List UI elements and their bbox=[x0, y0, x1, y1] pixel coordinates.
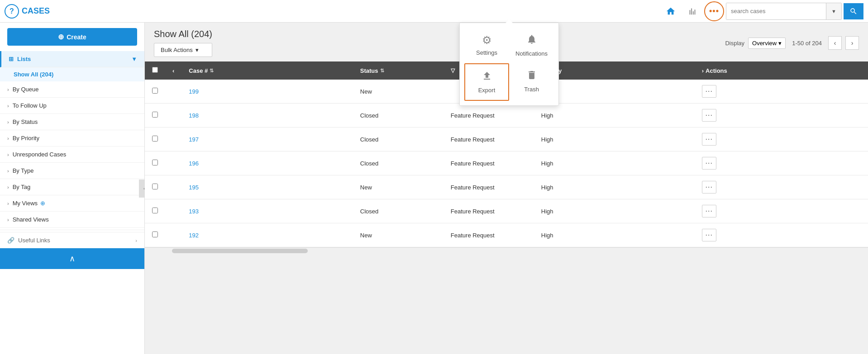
chevron-down-icon: ▼ bbox=[831, 9, 836, 14]
prev-page-button[interactable]: ‹ bbox=[828, 36, 842, 50]
case-num-cell[interactable]: 198 bbox=[181, 104, 353, 127]
table-row: 198 Closed Feature Request High ··· bbox=[145, 104, 868, 127]
category-cell: Feature Request bbox=[444, 127, 534, 151]
row-checkbox[interactable] bbox=[152, 136, 158, 142]
case-num-cell[interactable]: 199 bbox=[181, 80, 353, 104]
actions-cell: ··· bbox=[695, 127, 868, 151]
status-cell: Closed bbox=[353, 104, 444, 127]
priority-cell: High bbox=[534, 199, 695, 223]
row-actions-button[interactable]: ··· bbox=[702, 133, 716, 146]
row-checkbox[interactable] bbox=[152, 112, 158, 118]
chevron-right-icon: › bbox=[7, 87, 9, 92]
home-button[interactable] bbox=[661, 1, 681, 21]
to-follow-up-label: To Follow Up bbox=[13, 102, 47, 109]
horizontal-scrollbar[interactable] bbox=[145, 247, 868, 254]
chevron-right-icon: › bbox=[851, 39, 854, 47]
category-cell: Feature Request bbox=[444, 104, 534, 127]
sidebar-item-by-tag[interactable]: › By Tag bbox=[0, 179, 144, 195]
row-actions-button[interactable]: ··· bbox=[702, 157, 716, 170]
home-icon bbox=[666, 6, 676, 16]
case-num-label: Case # bbox=[189, 67, 208, 74]
sidebar-useful-links[interactable]: 🔗 Useful Links › bbox=[0, 232, 144, 248]
priority-cell: High bbox=[534, 175, 695, 199]
sidebar-show-all-item[interactable]: Show All (204) bbox=[0, 67, 144, 81]
case-num-cell[interactable]: 192 bbox=[181, 223, 353, 247]
status-header[interactable]: Status ⇅ bbox=[353, 61, 444, 80]
row-checkbox-cell bbox=[145, 199, 165, 223]
category-cell: Feature Request bbox=[444, 151, 534, 175]
select-arrow-icon: ▾ bbox=[778, 40, 782, 47]
sidebar-item-unresponded[interactable]: › Unresponded Cases bbox=[0, 146, 144, 163]
sidebar-item-by-status[interactable]: › By Status bbox=[0, 114, 144, 130]
case-nav-header: ‹ bbox=[165, 61, 181, 80]
chevron-right-icon: › bbox=[7, 119, 9, 125]
search-icon bbox=[849, 7, 858, 15]
sidebar-item-shared-views[interactable]: › Shared Views bbox=[0, 212, 144, 228]
chart-icon bbox=[687, 6, 697, 16]
select-all-header bbox=[145, 61, 165, 80]
actions-cell: ··· bbox=[695, 151, 868, 175]
status-cell: Closed bbox=[353, 199, 444, 223]
row-actions-button[interactable]: ··· bbox=[702, 205, 716, 217]
row-actions-button[interactable]: ··· bbox=[702, 229, 716, 241]
pagination-info: 1-50 of 204 bbox=[789, 40, 825, 47]
case-num-cell[interactable]: 195 bbox=[181, 175, 353, 199]
case-num-cell[interactable]: 196 bbox=[181, 151, 353, 175]
display-select[interactable]: Overview ▾ bbox=[748, 38, 786, 49]
search-go-button[interactable] bbox=[844, 3, 863, 19]
row-checkbox[interactable] bbox=[152, 160, 158, 165]
chevron-right-icon: › bbox=[7, 152, 9, 157]
popup-item-notifications[interactable]: Notifications bbox=[509, 28, 554, 63]
sidebar-item-my-views[interactable]: › My Views ⊕ bbox=[0, 195, 144, 212]
chart-button[interactable] bbox=[682, 1, 702, 21]
sidebar-collapse-handle[interactable]: ‹ bbox=[139, 179, 145, 198]
sort-icon: ⇅ bbox=[380, 68, 384, 74]
settings-label: Settings bbox=[476, 49, 497, 56]
row-actions-button[interactable]: ··· bbox=[702, 109, 716, 122]
trash-label: Trash bbox=[524, 86, 539, 93]
popup-item-settings[interactable]: ⚙ Settings bbox=[464, 28, 509, 63]
row-checkbox[interactable] bbox=[152, 231, 158, 237]
sidebar-item-by-type[interactable]: › By Type bbox=[0, 163, 144, 179]
sidebar-item-by-queue[interactable]: › By Queue bbox=[0, 81, 144, 98]
bulk-actions-button[interactable]: Bulk Actions ▾ bbox=[154, 43, 212, 57]
sidebar-item-to-follow-up[interactable]: › To Follow Up bbox=[0, 98, 144, 114]
row-checkbox-cell bbox=[145, 175, 165, 199]
app-logo: ? CASES bbox=[5, 4, 149, 19]
row-checkbox[interactable] bbox=[152, 208, 158, 213]
table-row: 192 New Feature Request High ··· bbox=[145, 223, 868, 247]
priority-cell: High bbox=[534, 223, 695, 247]
row-checkbox-cell bbox=[145, 127, 165, 151]
create-button[interactable]: ⊕ Create bbox=[7, 28, 137, 46]
popup-item-export[interactable]: Export bbox=[464, 63, 509, 101]
actions-label: Actions bbox=[706, 67, 727, 74]
row-checkbox[interactable] bbox=[152, 88, 158, 94]
category-cell: Feature Request bbox=[444, 223, 534, 247]
shared-views-label: Shared Views bbox=[13, 216, 49, 223]
row-actions-button[interactable]: ··· bbox=[702, 181, 716, 194]
popup-item-trash[interactable]: Trash bbox=[509, 63, 554, 101]
search-input[interactable] bbox=[726, 3, 826, 19]
sidebar-lists-header[interactable]: ⊞ Lists ▼ bbox=[0, 51, 144, 67]
chevron-right-col-icon: › bbox=[702, 67, 704, 74]
main-layout: ⊕ Create ⊞ Lists ▼ Show All (204) › By Q… bbox=[0, 23, 868, 354]
display-label: Display bbox=[725, 40, 744, 47]
bulk-actions-label: Bulk Actions bbox=[161, 47, 193, 53]
case-num-cell[interactable]: 197 bbox=[181, 127, 353, 151]
case-num-header[interactable]: Case # ⇅ bbox=[181, 61, 353, 80]
status-cell: Closed bbox=[353, 127, 444, 151]
sidebar-item-by-priority[interactable]: › By Priority bbox=[0, 130, 144, 146]
next-page-button[interactable]: › bbox=[845, 36, 859, 50]
chevron-right-small-icon: › bbox=[135, 238, 137, 243]
show-all-label: Show All (204) bbox=[14, 71, 53, 78]
select-all-checkbox[interactable] bbox=[152, 67, 158, 73]
search-dropdown-button[interactable]: ▼ bbox=[826, 3, 841, 19]
table-row: 193 Closed Feature Request High ··· bbox=[145, 199, 868, 223]
table-row: 197 Closed Feature Request High ··· bbox=[145, 127, 868, 151]
scroll-top-button[interactable]: ∧ bbox=[0, 248, 144, 269]
row-checkbox[interactable] bbox=[152, 184, 158, 189]
more-options-popup: ⚙ Settings Notifications Export bbox=[459, 23, 559, 106]
case-num-cell[interactable]: 193 bbox=[181, 199, 353, 223]
more-button[interactable]: ••• bbox=[704, 1, 724, 21]
row-actions-button[interactable]: ··· bbox=[702, 85, 716, 98]
